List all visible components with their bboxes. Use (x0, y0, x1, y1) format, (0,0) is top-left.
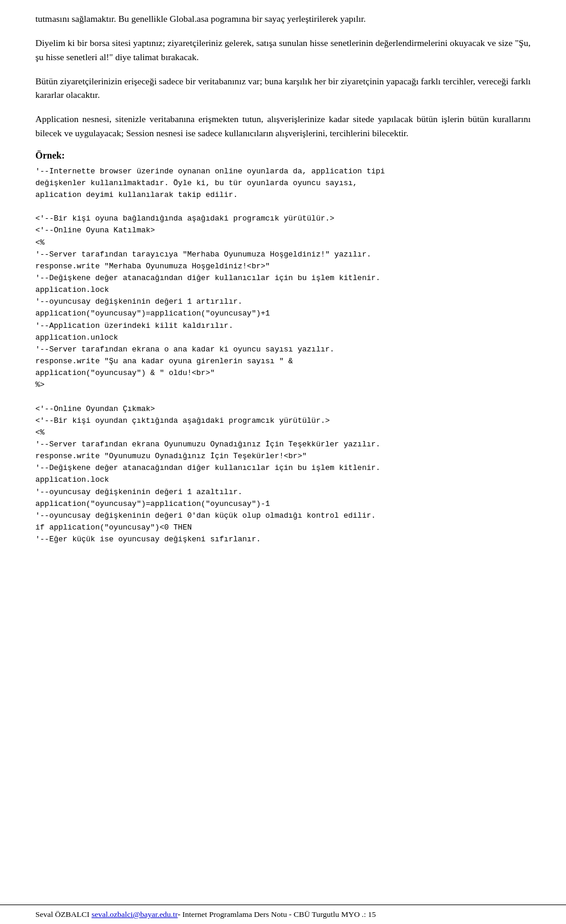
main-content: tutmasını sağlamaktır. Bu genellikle Glo… (0, 0, 566, 905)
paragraph-1: tutmasını sağlamaktır. Bu genellikle Glo… (35, 12, 531, 25)
paragraph-2: Diyelim ki bir borsa sitesi yaptınız; zi… (35, 36, 531, 64)
paragraph-4: Application nesnesi, sitenizle veritaban… (35, 112, 531, 140)
footer: Seval ÖZBALCI seval.ozbalci@bayar.edu.tr… (0, 905, 566, 924)
code-block: '--Internette browser üzerinde oynanan o… (35, 166, 531, 546)
example-label: Örnek: (35, 150, 531, 161)
paragraph-3: Bütün ziyaretçilerinizin erişeceği sadec… (35, 74, 531, 102)
page-container: tutmasını sağlamaktır. Bu genellikle Glo… (0, 0, 566, 924)
footer-author: Seval ÖZBALCI (35, 910, 90, 919)
footer-email-link[interactable]: seval.ozbalci@bayar.edu.tr (91, 910, 177, 919)
footer-info: - Internet Programlama Ders Notu - CBÜ T… (178, 910, 376, 919)
